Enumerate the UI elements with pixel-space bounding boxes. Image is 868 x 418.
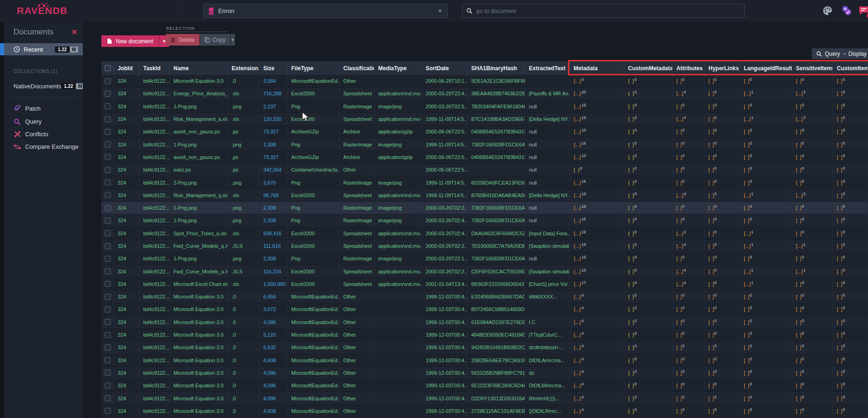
table-row[interactable]: 324bd4c9122...Microsoft Equation 3.0.04,… xyxy=(101,354,868,367)
column-header-metadata[interactable]: Metadata xyxy=(570,61,624,75)
table-row[interactable]: 324bd4c9122...2-Png.png.png2,670PngRaste… xyxy=(101,176,868,189)
select-all-checkbox[interactable] xyxy=(101,61,114,75)
row-checkbox[interactable] xyxy=(101,252,114,265)
table-row[interactable]: 324bd4c9122...Energy_Price_Analysis_U...… xyxy=(101,87,868,100)
table-row[interactable]: 324bd4c9122...Microsoft Excel Chart.xls.… xyxy=(101,278,868,291)
collapsed-menu-rail[interactable] xyxy=(0,22,4,418)
database-selector[interactable]: Enron ▼ xyxy=(203,4,447,18)
column-header-sensitiveitems[interactable]: SensitiveItems xyxy=(792,61,833,75)
column-header-mediatype[interactable]: MediaType xyxy=(374,61,422,75)
row-checkbox[interactable] xyxy=(101,354,114,366)
row-checkbox[interactable] xyxy=(101,316,114,328)
row-checkbox[interactable] xyxy=(101,240,114,252)
table-row[interactable]: 324bd4c9122...Microsoft Equation 3.0.05,… xyxy=(101,341,868,354)
sidebar-item-patch[interactable]: Patch xyxy=(4,102,83,115)
table-row[interactable]: 324bd4c9122...eakz.ps.ps342,054Container… xyxy=(101,164,868,176)
theme-palette-icon[interactable] xyxy=(821,4,834,17)
column-header-customitems[interactable]: CustomItems xyxy=(833,61,868,75)
row-checkbox[interactable] xyxy=(101,214,114,226)
row-checkbox[interactable] xyxy=(101,126,114,138)
table-row[interactable]: 324bd4c9122...Microsoft Equation 3.0.03,… xyxy=(101,75,868,87)
new-document-button[interactable]: New document ▼ xyxy=(101,35,169,47)
row-checkbox[interactable] xyxy=(101,227,114,239)
row-checkbox[interactable] xyxy=(101,392,114,404)
table-row[interactable]: 324bd4c9122...Fwd_Curve_Models_q.XLS.XLS… xyxy=(101,240,868,252)
cell-media: application/gzip xyxy=(374,126,422,138)
table-row[interactable]: 324bd4c9122...aurell_non_gauss.ps.ps73,3… xyxy=(101,151,868,164)
ravendb-logo[interactable]: RAVENDB xyxy=(17,5,67,16)
table-row[interactable]: 324bd4c9122...Microsoft Equation 3.0.04,… xyxy=(101,405,868,418)
cell-job: 324 xyxy=(114,303,140,315)
row-checkbox[interactable] xyxy=(101,138,114,150)
column-header-sha1binaryhash[interactable]: SHA1BinaryHash xyxy=(467,61,525,75)
cluster-status-icon[interactable] xyxy=(840,4,853,17)
column-header-taskid[interactable]: TaskId xyxy=(140,61,170,75)
sidebar-item-conflicts[interactable]: Conflicts xyxy=(4,128,83,140)
column-header-custommetadata[interactable]: CustomMetadata xyxy=(624,61,673,75)
column-header-classification[interactable]: Classification xyxy=(340,61,374,75)
row-checkbox[interactable] xyxy=(101,176,114,188)
table-row[interactable]: 324bd4c9122...Fwd_Curve_Models_a.XLS.XLS… xyxy=(101,265,868,278)
column-header-extractedtext[interactable]: ExtractedText xyxy=(525,61,570,75)
table-row[interactable]: 324bd4c9122...Microsoft Equation 3.0.03,… xyxy=(101,303,868,316)
table-row[interactable]: 324bd4c9122...Microsoft Equation 3.0.05,… xyxy=(101,329,868,341)
table-row[interactable]: 324bd4c9122...Risk_Management_q.xls.xls9… xyxy=(101,189,868,202)
sidebar-item-query[interactable]: Query xyxy=(4,115,83,128)
cell-sha: 6E1D23F09E1B4C6D4A37F2... xyxy=(467,379,525,391)
table-row[interactable]: 324bd4c9122...Microsoft Equation 3.0.04,… xyxy=(101,367,868,379)
row-checkbox[interactable] xyxy=(101,265,114,277)
table-row[interactable]: 324bd4c9122...1-Png.png.png2,308PngRaste… xyxy=(101,252,868,265)
table-row[interactable]: 324bd4c9122...Microsoft Equation 3.0.04,… xyxy=(101,379,868,392)
column-header-name[interactable]: Name xyxy=(170,61,228,75)
row-checkbox[interactable] xyxy=(101,405,114,417)
row-checkbox[interactable] xyxy=(101,329,114,341)
search-input[interactable] xyxy=(476,8,740,14)
table-row[interactable]: 324bd4c9122...Spot_Price_Trees_a.xls.xls… xyxy=(101,227,868,240)
row-checkbox[interactable] xyxy=(101,189,114,201)
cell-task: bd4c9122... xyxy=(140,227,170,239)
column-header-hyperlinks[interactable]: HyperLinks xyxy=(705,61,740,75)
column-header-jobid[interactable]: JobId xyxy=(114,61,140,75)
cell-badge-metadata: {...}4 xyxy=(570,316,624,328)
notifications-icon[interactable]: 6 xyxy=(857,4,868,17)
row-checkbox[interactable] xyxy=(101,278,114,290)
row-checkbox[interactable] xyxy=(101,291,114,303)
row-checkbox[interactable] xyxy=(101,202,114,214)
delete-button[interactable]: Delete xyxy=(166,34,200,46)
column-header-extension[interactable]: Extension xyxy=(228,61,260,75)
cell-cls: Spreadsheet xyxy=(340,278,374,290)
copy-dropdown[interactable]: ▼ xyxy=(231,34,235,46)
sidebar-item-recent[interactable]: Recent 1.22M xyxy=(4,43,83,55)
close-icon[interactable]: ✕ xyxy=(71,28,77,36)
sidebar-item-nativedocuments[interactable]: NativeDocuments 1.22M xyxy=(4,80,83,92)
column-header-languageidresults[interactable]: LanguageIdResults xyxy=(740,61,792,75)
go-to-document-search[interactable] xyxy=(462,4,745,18)
table-row[interactable]: 324bd4c9122...Microsoft Equation 3.0.04,… xyxy=(101,392,868,405)
row-checkbox[interactable] xyxy=(101,303,114,315)
row-checkbox[interactable] xyxy=(101,164,114,176)
column-header-sortdate[interactable]: SortDate xyxy=(422,61,467,75)
copy-button[interactable]: Copy xyxy=(200,34,230,46)
cell-badge-hyperlinks: [ ]0 xyxy=(705,329,740,341)
table-row[interactable]: 324bd4c9122...aurell_non_gauss.ps.ps73,3… xyxy=(101,126,868,138)
row-checkbox[interactable] xyxy=(101,75,114,87)
column-header-size[interactable]: Size xyxy=(260,61,287,75)
table-row[interactable]: 324bd4c9122...1-Png.png.png2,308PngRaste… xyxy=(101,202,868,214)
row-checkbox[interactable] xyxy=(101,379,114,391)
display-button[interactable]: Display ▼ xyxy=(840,48,868,59)
row-checkbox[interactable] xyxy=(101,151,114,163)
table-row[interactable]: 324bd4c9122...1-Png.png.png2,308PngRaste… xyxy=(101,214,868,227)
table-row[interactable]: 324bd4c9122...1-Png.png.png2,237PngRaste… xyxy=(101,100,868,113)
table-row[interactable]: 324bd4c9122...1-Png.png.png2,308PngRaste… xyxy=(101,138,868,151)
row-checkbox[interactable] xyxy=(101,341,114,353)
sidebar-item-compare-exchange[interactable]: Compare Exchange xyxy=(4,140,83,153)
table-row[interactable]: 324bd4c9122...Microsoft Equation 3.0.04,… xyxy=(101,316,868,329)
row-checkbox[interactable] xyxy=(101,87,114,100)
table-row[interactable]: 324bd4c9122...Risk_Management_a.xls.xls1… xyxy=(101,113,868,126)
row-checkbox[interactable] xyxy=(101,367,114,379)
row-checkbox[interactable] xyxy=(101,113,114,125)
column-header-attributes[interactable]: Attributes xyxy=(673,61,705,75)
table-row[interactable]: 324bd4c9122...Microsoft Equation 3.0.06,… xyxy=(101,291,868,303)
column-header-filetype[interactable]: FileType xyxy=(287,61,340,75)
row-checkbox[interactable] xyxy=(101,100,114,113)
